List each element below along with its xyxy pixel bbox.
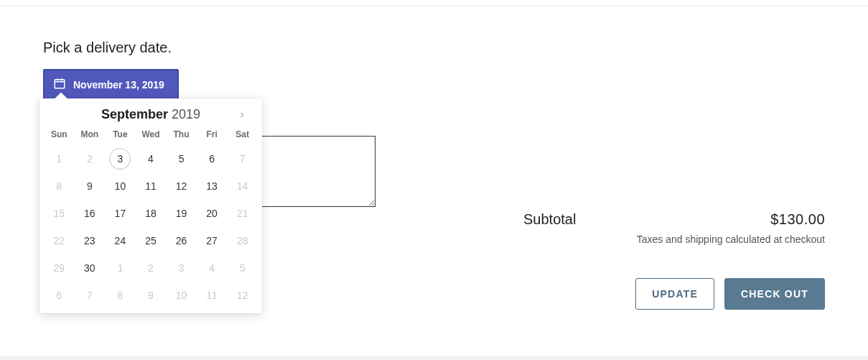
calendar-day[interactable]: 26 <box>166 227 197 254</box>
calendar-day[interactable]: 20 <box>197 200 228 227</box>
calendar-day[interactable]: 13 <box>197 172 228 200</box>
delivery-date-prompt: Pick a delivery date. <box>43 40 431 56</box>
calendar-day: 11 <box>197 282 228 309</box>
calendar-day: 8 <box>105 282 136 309</box>
calendar-weekday: Sat <box>227 125 258 145</box>
calendar-day: 28 <box>227 227 258 254</box>
calendar-icon <box>53 77 73 92</box>
calendar-day: 10 <box>166 282 197 309</box>
calendar-title: September 2019 <box>101 107 200 122</box>
calendar-day: 15 <box>44 200 75 227</box>
calendar-day[interactable]: 10 <box>105 172 136 200</box>
calendar-day: 3 <box>166 254 197 282</box>
calendar-weekday: Mon <box>75 125 106 145</box>
calendar-day: 2 <box>75 145 106 172</box>
calendar-day: 5 <box>227 254 258 282</box>
calendar-day: 22 <box>44 227 75 254</box>
calendar-day[interactable]: 6 <box>197 145 228 172</box>
calendar-day[interactable]: 4 <box>136 145 167 172</box>
calendar-day[interactable]: 11 <box>136 172 167 200</box>
calendar-day[interactable]: 18 <box>136 200 167 227</box>
calendar-day[interactable]: 27 <box>197 227 228 254</box>
calendar-month: September <box>101 107 168 121</box>
calendar-day: 1 <box>105 254 136 282</box>
calendar-day[interactable]: 30 <box>75 254 106 282</box>
calendar-day: 8 <box>44 172 75 200</box>
calendar-weekday: Tue <box>105 125 136 145</box>
calendar-day[interactable]: 19 <box>166 200 197 227</box>
calendar-day[interactable]: 3 <box>105 145 136 172</box>
update-button[interactable]: UPDATE <box>635 278 714 310</box>
calendar-day[interactable]: 5 <box>166 145 197 172</box>
chevron-right-icon <box>238 109 246 122</box>
calendar-day: 4 <box>197 254 228 282</box>
calendar-day: 2 <box>136 254 167 282</box>
footer-strip <box>0 356 868 360</box>
calendar-day: 7 <box>75 282 106 309</box>
calendar-day[interactable]: 17 <box>105 200 136 227</box>
calendar-day[interactable]: 25 <box>136 227 167 254</box>
calendar-day: 9 <box>136 282 167 309</box>
calendar-weekday: Wed <box>136 125 167 145</box>
calendar-day: 29 <box>44 254 75 282</box>
calendar-grid: SunMonTueWedThuFriSat 123456789101112131… <box>44 125 258 309</box>
svg-rect-0 <box>55 80 65 88</box>
calendar-day[interactable]: 24 <box>105 227 136 254</box>
subtotal-amount: $130.00 <box>770 211 825 228</box>
delivery-date-value: November 13, 2019 <box>73 79 164 91</box>
calendar-day: 6 <box>44 282 75 309</box>
calendar-weekday: Thu <box>166 125 197 145</box>
calendar-year: 2019 <box>172 107 200 121</box>
calendar-day[interactable]: 23 <box>75 227 106 254</box>
calendar-weekday: Sun <box>44 125 75 145</box>
subtotal-label: Subtotal <box>523 211 576 228</box>
calendar-day: 1 <box>44 145 75 172</box>
calendar-day[interactable]: 12 <box>166 172 197 200</box>
calendar-day[interactable]: 9 <box>75 172 106 200</box>
checkout-button[interactable]: CHECK OUT <box>724 278 825 310</box>
calendar-weekday: Fri <box>197 125 228 145</box>
tax-shipping-note: Taxes and shipping calculated at checkou… <box>523 234 825 245</box>
calendar-day: 14 <box>227 172 258 200</box>
calendar-day[interactable]: 16 <box>75 200 106 227</box>
calendar-day: 21 <box>227 200 258 227</box>
calendar-next-button[interactable] <box>233 107 251 124</box>
calendar-day: 12 <box>227 282 258 309</box>
calendar-popover: September 2019 SunMonTueWedThuFriSat 123… <box>39 98 262 313</box>
calendar-day: 7 <box>227 145 258 172</box>
